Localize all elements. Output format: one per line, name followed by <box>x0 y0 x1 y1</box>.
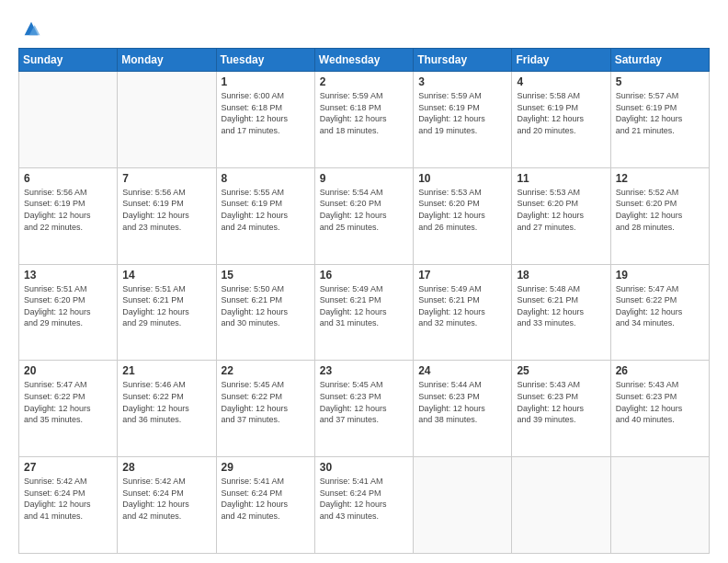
day-number: 15 <box>222 269 310 282</box>
calendar-cell: 26Sunrise: 5:43 AM Sunset: 6:23 PM Dayli… <box>610 361 709 457</box>
calendar-cell <box>610 457 709 554</box>
calendar-cell: 27Sunrise: 5:42 AM Sunset: 6:24 PM Dayli… <box>19 457 118 554</box>
day-number: 23 <box>320 364 408 377</box>
day-number: 13 <box>24 269 112 282</box>
day-number: 8 <box>222 172 310 185</box>
day-number: 4 <box>517 75 605 88</box>
calendar-cell: 23Sunrise: 5:45 AM Sunset: 6:23 PM Dayli… <box>314 361 413 457</box>
day-number: 14 <box>122 269 210 282</box>
day-info: Sunrise: 5:47 AM Sunset: 6:22 PM Dayligh… <box>616 283 704 329</box>
day-info: Sunrise: 5:43 AM Sunset: 6:23 PM Dayligh… <box>517 379 605 425</box>
calendar-cell: 25Sunrise: 5:43 AM Sunset: 6:23 PM Dayli… <box>512 361 610 457</box>
day-info: Sunrise: 5:53 AM Sunset: 6:20 PM Dayligh… <box>418 187 506 233</box>
day-number: 10 <box>418 172 506 185</box>
day-number: 20 <box>24 364 112 377</box>
day-number: 1 <box>222 75 310 88</box>
calendar-week-row: 1Sunrise: 6:00 AM Sunset: 6:18 PM Daylig… <box>19 72 710 168</box>
calendar-cell: 7Sunrise: 5:56 AM Sunset: 6:19 PM Daylig… <box>118 167 216 264</box>
calendar-cell: 10Sunrise: 5:53 AM Sunset: 6:20 PM Dayli… <box>414 167 512 264</box>
day-number: 18 <box>517 269 605 282</box>
calendar-cell <box>19 72 118 168</box>
day-info: Sunrise: 5:58 AM Sunset: 6:19 PM Dayligh… <box>517 90 605 136</box>
day-number: 12 <box>616 172 704 185</box>
day-info: Sunrise: 5:56 AM Sunset: 6:19 PM Dayligh… <box>122 187 210 233</box>
day-number: 30 <box>320 461 408 474</box>
calendar-table: SundayMondayTuesdayWednesdayThursdayFrid… <box>18 48 710 554</box>
day-info: Sunrise: 5:42 AM Sunset: 6:24 PM Dayligh… <box>122 476 210 522</box>
calendar-cell: 17Sunrise: 5:49 AM Sunset: 6:21 PM Dayli… <box>414 264 512 361</box>
calendar-cell: 28Sunrise: 5:42 AM Sunset: 6:24 PM Dayli… <box>118 457 216 554</box>
day-info: Sunrise: 6:00 AM Sunset: 6:18 PM Dayligh… <box>222 90 310 136</box>
day-info: Sunrise: 5:41 AM Sunset: 6:24 PM Dayligh… <box>320 476 408 522</box>
weekday-header-thursday: Thursday <box>414 49 512 72</box>
day-info: Sunrise: 5:50 AM Sunset: 6:21 PM Dayligh… <box>222 283 310 329</box>
day-number: 9 <box>320 172 408 185</box>
weekday-header-sunday: Sunday <box>19 49 118 72</box>
day-info: Sunrise: 5:59 AM Sunset: 6:18 PM Dayligh… <box>320 90 408 136</box>
calendar-cell: 15Sunrise: 5:50 AM Sunset: 6:21 PM Dayli… <box>216 264 314 361</box>
calendar-cell: 18Sunrise: 5:48 AM Sunset: 6:21 PM Dayli… <box>512 264 610 361</box>
day-info: Sunrise: 5:43 AM Sunset: 6:23 PM Dayligh… <box>616 379 704 425</box>
calendar-cell: 3Sunrise: 5:59 AM Sunset: 6:19 PM Daylig… <box>414 72 512 168</box>
day-info: Sunrise: 5:45 AM Sunset: 6:23 PM Dayligh… <box>320 379 408 425</box>
day-info: Sunrise: 5:47 AM Sunset: 6:22 PM Dayligh… <box>24 379 112 425</box>
day-number: 2 <box>320 75 408 88</box>
weekday-header-saturday: Saturday <box>610 49 709 72</box>
calendar-cell <box>512 457 610 554</box>
calendar-cell: 30Sunrise: 5:41 AM Sunset: 6:24 PM Dayli… <box>314 457 413 554</box>
calendar-cell <box>118 72 216 168</box>
calendar-week-row: 13Sunrise: 5:51 AM Sunset: 6:20 PM Dayli… <box>19 264 710 361</box>
calendar-cell: 29Sunrise: 5:41 AM Sunset: 6:24 PM Dayli… <box>216 457 314 554</box>
calendar-cell: 6Sunrise: 5:56 AM Sunset: 6:19 PM Daylig… <box>19 167 118 264</box>
calendar-cell: 5Sunrise: 5:57 AM Sunset: 6:19 PM Daylig… <box>610 72 709 168</box>
day-info: Sunrise: 5:41 AM Sunset: 6:24 PM Dayligh… <box>222 476 310 522</box>
day-info: Sunrise: 5:56 AM Sunset: 6:19 PM Dayligh… <box>24 187 112 233</box>
calendar-cell: 20Sunrise: 5:47 AM Sunset: 6:22 PM Dayli… <box>19 361 118 457</box>
calendar-cell: 16Sunrise: 5:49 AM Sunset: 6:21 PM Dayli… <box>314 264 413 361</box>
day-info: Sunrise: 5:46 AM Sunset: 6:22 PM Dayligh… <box>122 379 210 425</box>
day-number: 28 <box>122 461 210 474</box>
calendar-cell: 8Sunrise: 5:55 AM Sunset: 6:19 PM Daylig… <box>216 167 314 264</box>
day-number: 3 <box>418 75 506 88</box>
calendar-cell: 24Sunrise: 5:44 AM Sunset: 6:23 PM Dayli… <box>414 361 512 457</box>
calendar-cell: 2Sunrise: 5:59 AM Sunset: 6:18 PM Daylig… <box>314 72 413 168</box>
calendar-cell: 19Sunrise: 5:47 AM Sunset: 6:22 PM Dayli… <box>610 264 709 361</box>
calendar-cell: 22Sunrise: 5:45 AM Sunset: 6:22 PM Dayli… <box>216 361 314 457</box>
day-number: 19 <box>616 269 704 282</box>
day-info: Sunrise: 5:53 AM Sunset: 6:20 PM Dayligh… <box>517 187 605 233</box>
page: SundayMondayTuesdayWednesdayThursdayFrid… <box>0 0 728 563</box>
day-number: 16 <box>320 269 408 282</box>
calendar-cell: 12Sunrise: 5:52 AM Sunset: 6:20 PM Dayli… <box>610 167 709 264</box>
calendar-cell: 21Sunrise: 5:46 AM Sunset: 6:22 PM Dayli… <box>118 361 216 457</box>
day-info: Sunrise: 5:49 AM Sunset: 6:21 PM Dayligh… <box>418 283 506 329</box>
weekday-header-monday: Monday <box>118 49 216 72</box>
day-info: Sunrise: 5:49 AM Sunset: 6:21 PM Dayligh… <box>320 283 408 329</box>
logo <box>18 17 41 39</box>
calendar-cell: 14Sunrise: 5:51 AM Sunset: 6:21 PM Dayli… <box>118 264 216 361</box>
day-number: 25 <box>517 364 605 377</box>
day-number: 7 <box>122 172 210 185</box>
day-info: Sunrise: 5:52 AM Sunset: 6:20 PM Dayligh… <box>616 187 704 233</box>
calendar-header-row: SundayMondayTuesdayWednesdayThursdayFrid… <box>19 49 710 72</box>
logo-icon <box>21 18 41 39</box>
day-info: Sunrise: 5:57 AM Sunset: 6:19 PM Dayligh… <box>616 90 704 136</box>
day-info: Sunrise: 5:55 AM Sunset: 6:19 PM Dayligh… <box>222 187 310 233</box>
day-number: 29 <box>222 461 310 474</box>
day-number: 5 <box>616 75 704 88</box>
day-number: 11 <box>517 172 605 185</box>
header <box>18 17 710 39</box>
calendar-week-row: 6Sunrise: 5:56 AM Sunset: 6:19 PM Daylig… <box>19 167 710 264</box>
day-info: Sunrise: 5:54 AM Sunset: 6:20 PM Dayligh… <box>320 187 408 233</box>
day-info: Sunrise: 5:51 AM Sunset: 6:20 PM Dayligh… <box>24 283 112 329</box>
day-number: 17 <box>418 269 506 282</box>
weekday-header-wednesday: Wednesday <box>314 49 413 72</box>
day-number: 24 <box>418 364 506 377</box>
day-info: Sunrise: 5:59 AM Sunset: 6:19 PM Dayligh… <box>418 90 506 136</box>
calendar-cell <box>414 457 512 554</box>
day-number: 6 <box>24 172 112 185</box>
day-number: 26 <box>616 364 704 377</box>
calendar-week-row: 27Sunrise: 5:42 AM Sunset: 6:24 PM Dayli… <box>19 457 710 554</box>
day-number: 22 <box>222 364 310 377</box>
weekday-header-tuesday: Tuesday <box>216 49 314 72</box>
day-info: Sunrise: 5:42 AM Sunset: 6:24 PM Dayligh… <box>24 476 112 522</box>
